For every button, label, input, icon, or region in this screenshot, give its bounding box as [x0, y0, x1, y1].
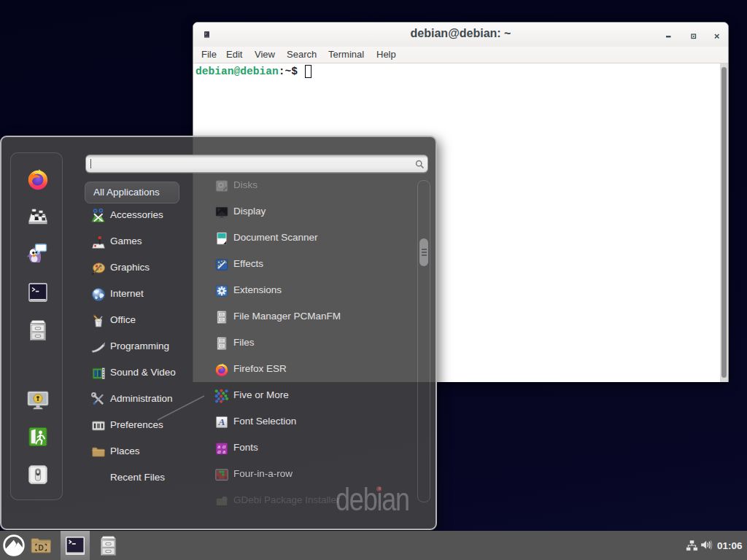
svg-text:a: a	[217, 448, 221, 455]
svg-text:D: D	[39, 544, 44, 552]
svg-text:A: A	[218, 416, 225, 427]
svg-text:a: a	[222, 448, 225, 455]
